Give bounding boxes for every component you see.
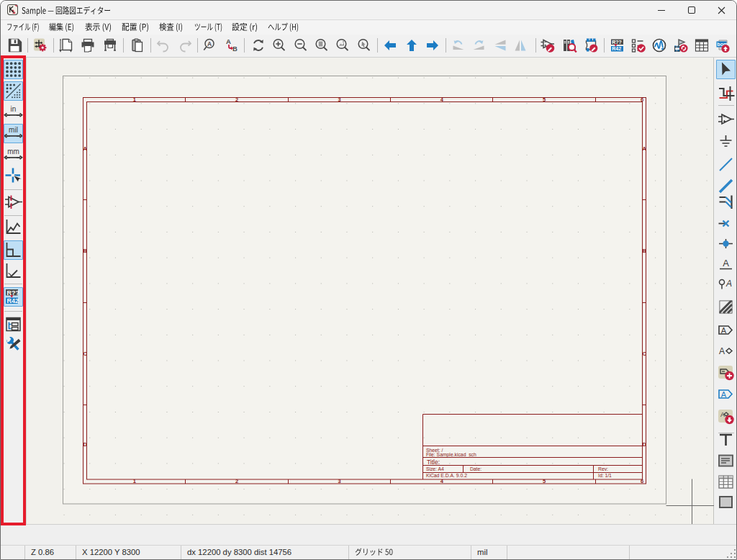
svg-text:C: C [83, 351, 88, 357]
svg-text:B: B [642, 248, 646, 254]
svg-text:D: D [642, 441, 646, 448]
svg-text:C: C [642, 351, 646, 357]
svg-text:5: 5 [543, 478, 546, 484]
svg-text:A: A [83, 145, 88, 152]
svg-text:File: Sample.kicad_sch: File: Sample.kicad_sch [426, 452, 476, 458]
svg-text:A: A [720, 389, 726, 398]
svg-text:A: A [718, 346, 724, 356]
svg-text:A: A [725, 278, 731, 288]
svg-text:B: B [83, 248, 88, 254]
svg-text:1: 1 [133, 478, 136, 484]
svg-text:2: 2 [235, 96, 238, 103]
svg-text:Size: A4: Size: A4 [426, 466, 444, 471]
svg-text:A: A [723, 258, 729, 268]
svg-text:KiCad E.D.A. 9.0.2: KiCad E.D.A. 9.0.2 [426, 473, 467, 478]
svg-text:R??: R?? [612, 40, 622, 45]
svg-text:3: 3 [338, 478, 340, 484]
svg-text:5: 5 [543, 96, 546, 103]
svg-text:R42: R42 [612, 46, 621, 51]
svg-text:Id: 1/1: Id: 1/1 [598, 473, 612, 478]
svg-text:B: B [232, 45, 238, 53]
svg-text:D: D [83, 441, 88, 448]
svg-text:Rev:: Rev: [598, 466, 608, 471]
svg-text:1: 1 [133, 96, 136, 103]
svg-text:Date:: Date: [470, 466, 481, 471]
svg-text:3: 3 [338, 96, 340, 103]
svg-text:A: A [642, 145, 646, 152]
svg-text:Title:: Title: [427, 459, 440, 466]
svg-text:A: A [720, 326, 726, 335]
svg-text:6: 6 [641, 96, 643, 103]
svg-text:6: 6 [641, 478, 643, 484]
svg-text:A: A [207, 40, 212, 48]
svg-text:A: A [226, 37, 231, 45]
svg-text:2: 2 [235, 478, 238, 484]
